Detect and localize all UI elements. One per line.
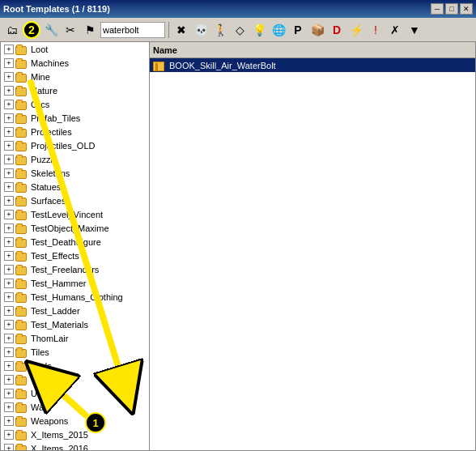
- search-input[interactable]: [100, 22, 165, 38]
- tree-item[interactable]: +Tools: [1, 359, 149, 372]
- toolbar-icon-cut[interactable]: ✂: [62, 21, 79, 39]
- tree-item-label: Puzzle: [31, 155, 57, 164]
- toolbar-icon-delete[interactable]: ✖: [172, 21, 190, 39]
- tree-expand-icon[interactable]: +: [4, 58, 14, 68]
- folder-icon: [15, 347, 28, 358]
- toolbar-icon-d[interactable]: D: [328, 21, 346, 39]
- tree-item[interactable]: +Test_Ladder: [1, 304, 149, 317]
- tree-expand-icon[interactable]: +: [4, 320, 14, 330]
- toolbar-icon-box[interactable]: 📦: [308, 21, 326, 39]
- tree-item[interactable]: +Projectiles_OLD: [1, 138, 149, 152]
- right-panel-header: Name: [150, 42, 475, 58]
- toolbar-icon-folder[interactable]: 🗂: [3, 21, 21, 39]
- toolbar-icon-person[interactable]: 🚶: [211, 21, 229, 39]
- tree-expand-icon[interactable]: +: [4, 155, 14, 164]
- tree-expand-icon[interactable]: +: [4, 168, 14, 178]
- tree-item[interactable]: +ThomLair: [1, 331, 149, 345]
- toolbar-icon-globe[interactable]: 🌐: [270, 21, 287, 39]
- tree-item[interactable]: +Test_Materials: [1, 317, 149, 331]
- tree-item[interactable]: +Unique: [1, 386, 149, 400]
- tree-item[interactable]: +Projectiles: [1, 125, 149, 138]
- close-button[interactable]: ✕: [460, 3, 473, 15]
- folder-icon: [15, 415, 28, 427]
- tree-expand-icon[interactable]: +: [4, 416, 14, 426]
- tree-expand-icon[interactable]: +: [4, 334, 14, 343]
- tree-expand-icon[interactable]: +: [4, 279, 14, 288]
- tree-item[interactable]: +Tiles: [1, 345, 149, 359]
- tree-expand-icon[interactable]: +: [4, 127, 14, 137]
- folder-icon: [15, 168, 28, 179]
- window-controls: ─ □ ✕: [431, 3, 473, 15]
- tree-item[interactable]: +Test_Hammer: [1, 276, 149, 290]
- tree-expand-icon[interactable]: +: [4, 251, 14, 261]
- tree-expand-icon[interactable]: +: [4, 361, 14, 371]
- tree-item-label: Nature: [31, 86, 57, 96]
- tree-expand-icon[interactable]: +: [4, 347, 14, 357]
- tree-expand-icon[interactable]: +: [4, 375, 14, 385]
- tree-item[interactable]: +Test_Freelancers: [1, 262, 149, 276]
- tree-expand-icon[interactable]: +: [4, 45, 14, 54]
- tree-item[interactable]: +Test_Effects: [1, 249, 149, 262]
- tree-expand-icon[interactable]: +: [4, 182, 14, 192]
- toolbar-icon-scissors2[interactable]: ✗: [386, 21, 404, 39]
- folder-icon: [15, 99, 28, 110]
- tree-expand-icon[interactable]: +: [4, 72, 14, 82]
- tree-item-label: X_Items_2015: [31, 430, 88, 440]
- tree-expand-icon[interactable]: +: [4, 210, 14, 219]
- tree-expand-icon[interactable]: +: [4, 430, 14, 440]
- file-item[interactable]: BOOK_Skill_Air_WaterBolt: [150, 58, 475, 72]
- tree-expand-icon[interactable]: +: [4, 86, 14, 96]
- folder-icon: [15, 154, 28, 165]
- tree-expand-icon[interactable]: +: [4, 306, 14, 316]
- toolbar-icon-warning[interactable]: !: [367, 21, 385, 39]
- toolbar-icon-lightbulb[interactable]: 💡: [250, 21, 268, 39]
- tree-expand-icon[interactable]: +: [4, 265, 14, 274]
- toolbar-icon-skull[interactable]: 💀: [192, 21, 210, 39]
- tree-item[interactable]: +Surfaces: [1, 194, 149, 207]
- tree-expand-icon[interactable]: +: [4, 141, 14, 151]
- tree-item-label: Test_Materials: [31, 320, 88, 330]
- tree-expand-icon[interactable]: +: [4, 223, 14, 233]
- tree-item[interactable]: +Skeletons: [1, 166, 149, 180]
- tree-item[interactable]: +Machines: [1, 56, 149, 70]
- toolbar-icon-diamond[interactable]: ◇: [231, 21, 249, 39]
- tree-item[interactable]: +X_Items_2015: [1, 428, 149, 441]
- file-item-label: BOOK_Skill_Air_WaterBolt: [169, 61, 276, 70]
- tree-item[interactable]: +X_Items_2016: [1, 441, 149, 451]
- tree-item-label: Prefab_Tiles: [31, 113, 80, 123]
- tree-item[interactable]: +Weapons: [1, 414, 149, 428]
- tree-item[interactable]: +Test_DeathFigure: [1, 235, 149, 249]
- minimize-button[interactable]: ─: [431, 3, 444, 15]
- toolbar-icon-p[interactable]: P: [289, 21, 307, 39]
- toolbar-icon-more[interactable]: ▼: [406, 21, 423, 39]
- tree-item[interactable]: +Loot: [1, 42, 149, 56]
- folder-icon: [15, 44, 28, 55]
- tree-expand-icon[interactable]: +: [4, 100, 14, 109]
- tree-expand-icon[interactable]: +: [4, 237, 14, 247]
- tree-item[interactable]: +Prefab_Tiles: [1, 111, 149, 125]
- tree-item[interactable]: +TestLevel_Vincent: [1, 207, 149, 221]
- tree-item[interactable]: +TestObject_Maxime: [1, 221, 149, 235]
- tree-item[interactable]: +Test_Humans_Clothing: [1, 290, 149, 304]
- tree-expand-icon[interactable]: +: [4, 402, 14, 412]
- tree-item-label: Machines: [31, 58, 69, 68]
- tree-expand-icon[interactable]: +: [4, 113, 14, 123]
- left-panel-tree[interactable]: +Loot+Machines+Mine+Nature+Orcs+Prefab_T…: [0, 42, 150, 451]
- tree-expand-icon[interactable]: +: [4, 292, 14, 302]
- tree-item[interactable]: +Nature: [1, 83, 149, 97]
- tree-item[interactable]: +Ward: [1, 400, 149, 414]
- tree-item[interactable]: +Puzzle: [1, 152, 149, 166]
- folder-icon: [15, 236, 28, 248]
- tree-expand-icon[interactable]: +: [4, 444, 14, 452]
- toolbar-icon-lightning[interactable]: ⚡: [347, 21, 365, 39]
- maximize-button[interactable]: □: [445, 3, 458, 15]
- tree-item[interactable]: +Statues: [1, 180, 149, 194]
- tree-item[interactable]: +Triggers: [1, 372, 149, 386]
- tree-expand-icon[interactable]: +: [4, 196, 14, 206]
- toolbar-icon-tools[interactable]: 🔧: [42, 21, 60, 39]
- toolbar-icon-flag[interactable]: ⚑: [81, 21, 99, 39]
- tree-item-label: Test_Ladder: [31, 306, 80, 316]
- tree-expand-icon[interactable]: +: [4, 389, 14, 398]
- tree-item[interactable]: +Mine: [1, 70, 149, 83]
- tree-item[interactable]: +Orcs: [1, 97, 149, 111]
